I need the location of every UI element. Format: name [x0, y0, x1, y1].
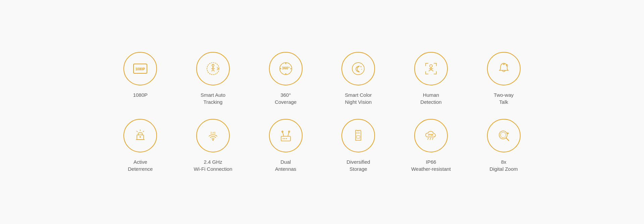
- ip66-label: IP66Weather-resistant: [411, 158, 451, 172]
- svg-text:1080P: 1080P: [136, 67, 145, 71]
- smart-color-night-vision-label: Smart ColorNight Vision: [345, 91, 372, 105]
- feature-active-deterrence: ActiveDeterrence: [114, 119, 167, 172]
- svg-line-20: [137, 131, 138, 132]
- svg-point-13: [361, 69, 362, 70]
- two-way-talk-label: Two-wayTalk: [494, 91, 514, 105]
- night-vision-icon-circle: [341, 52, 375, 85]
- digital-zoom-icon: [494, 126, 513, 145]
- svg-point-23: [140, 136, 141, 138]
- 360-icon-circle: 360°: [269, 52, 303, 85]
- svg-point-44: [500, 132, 506, 138]
- svg-text:IP66: IP66: [428, 133, 433, 136]
- svg-rect-38: [357, 136, 360, 138]
- storage-icon-circle: [341, 119, 375, 152]
- svg-point-27: [282, 138, 283, 139]
- svg-text:360°: 360°: [282, 66, 289, 70]
- feature-diversified-storage: DiversifiedStorage: [332, 119, 385, 172]
- 1080p-icon: 1080P: [131, 59, 150, 78]
- svg-line-45: [506, 138, 509, 141]
- active-deterrence-label: ActiveDeterrence: [128, 158, 153, 172]
- night-vision-icon: [349, 59, 368, 78]
- 360-coverage-icon: 360°: [276, 59, 295, 78]
- wifi-icon: 2.4G: [204, 126, 222, 145]
- dual-antennas-label: DualAntennas: [275, 158, 296, 172]
- svg-line-21: [143, 131, 144, 132]
- feature-digital-zoom: 8xDigital Zoom: [477, 119, 530, 172]
- wifi-connection-label: 2.4 GHzWi-Fi Connection: [194, 158, 232, 172]
- wifi-icon-circle: 2.4G: [196, 119, 230, 152]
- feature-smart-auto-tracking: Smart AutoTracking: [187, 52, 239, 105]
- svg-line-39: [428, 138, 428, 140]
- tracking-icon: [204, 59, 222, 78]
- 360-coverage-label: 360°Coverage: [275, 91, 297, 105]
- human-detection-icon: [422, 59, 440, 78]
- svg-text:2.4G: 2.4G: [210, 132, 215, 134]
- svg-point-11: [352, 63, 364, 75]
- feature-wifi-connection: 2.4G 2.4 GHzWi-Fi Connection: [187, 119, 239, 172]
- svg-point-32: [282, 131, 283, 132]
- 1080p-label: 1080P: [133, 91, 148, 98]
- svg-line-40: [430, 138, 431, 140]
- feature-dual-antennas: DualAntennas: [259, 119, 312, 172]
- feature-smart-color-night-vision: Smart ColorNight Vision: [332, 52, 385, 105]
- storage-icon: [349, 126, 368, 145]
- svg-line-7: [212, 69, 213, 71]
- human-detection-label: HumanDetection: [420, 91, 441, 105]
- active-deterrence-icon: [131, 126, 150, 145]
- svg-point-28: [284, 138, 285, 139]
- human-detection-icon-circle: [414, 52, 448, 85]
- two-way-talk-icon-circle: [487, 52, 521, 85]
- svg-point-24: [212, 139, 214, 141]
- active-deterrence-icon-circle: [123, 119, 157, 152]
- dual-antennas-icon: [276, 126, 295, 145]
- svg-point-3: [212, 64, 214, 66]
- features-grid: 1080P 1080P Smart AutoTracking: [87, 39, 557, 186]
- two-way-talk-icon: [494, 59, 513, 78]
- svg-point-14: [430, 65, 432, 67]
- dual-antennas-icon-circle: [269, 119, 303, 152]
- diversified-storage-label: DiversifiedStorage: [346, 158, 370, 172]
- feature-1080p: 1080P 1080P: [114, 52, 167, 105]
- ip66-icon: IP66: [422, 126, 440, 145]
- ip66-icon-circle: IP66: [414, 119, 448, 152]
- svg-rect-26: [281, 136, 290, 141]
- svg-point-12: [361, 66, 362, 67]
- tracking-icon-circle: [196, 52, 230, 85]
- digital-zoom-label: 8xDigital Zoom: [490, 158, 518, 172]
- svg-point-33: [288, 131, 290, 132]
- svg-line-41: [432, 138, 433, 140]
- feature-two-way-talk: Two-wayTalk: [477, 52, 530, 105]
- 1080p-icon-circle: 1080P: [123, 52, 157, 85]
- feature-360-coverage: 360° 360°Coverage: [259, 52, 312, 105]
- svg-point-29: [286, 138, 287, 139]
- smart-auto-tracking-label: Smart AutoTracking: [201, 91, 225, 105]
- digital-zoom-icon-circle: [487, 119, 521, 152]
- feature-human-detection: HumanDetection: [405, 52, 458, 105]
- svg-point-17: [503, 63, 504, 65]
- feature-ip66: IP66 IP66Weather-resistant: [405, 119, 458, 172]
- svg-line-8: [213, 69, 214, 71]
